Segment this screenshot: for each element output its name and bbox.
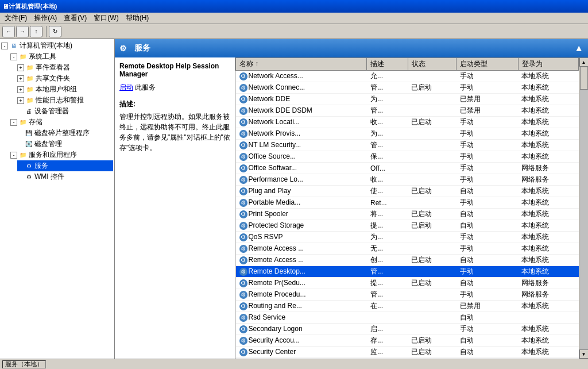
menu-window[interactable]: 窗口(W) xyxy=(90,12,122,24)
table-row[interactable]: ⚙Plug and Play 使... 已启动 自动 本地系统 xyxy=(236,186,579,197)
sidebar-item-services-apps[interactable]: - 📁 服务和应用程序 xyxy=(10,149,113,160)
cell-status xyxy=(408,151,456,163)
sidebar-label-event-viewer: 事件查看器 xyxy=(36,63,70,72)
scroll-track[interactable] xyxy=(580,67,588,349)
sidebar-label-local-users: 本地用户和组 xyxy=(36,84,77,94)
sidebar-item-system-tools[interactable]: - 📁 系统工具 xyxy=(10,51,113,62)
sidebar-item-services[interactable]: ⚙ 服务 xyxy=(17,160,113,171)
cell-desc: 管... xyxy=(367,82,408,94)
expand-storage[interactable]: - xyxy=(10,119,17,126)
menu-action[interactable]: 操作(A) xyxy=(30,12,60,24)
col-login[interactable]: 登录为 xyxy=(518,58,578,71)
cell-login: 本地系统 xyxy=(518,186,578,197)
table-row[interactable]: ⚙Network Access... 允... 手动 本地系统 xyxy=(236,71,579,82)
cell-desc: 使... xyxy=(367,186,408,197)
service-row-icon: ⚙ xyxy=(239,153,247,161)
cell-name: ⚙Remote Procedu... xyxy=(236,289,367,301)
menu-view[interactable]: 查看(V) xyxy=(60,12,90,24)
table-row[interactable]: ⚙Remote Access ... 创... 已启动 自动 本地系统 xyxy=(236,255,579,266)
description-label: 描述: xyxy=(119,99,230,109)
cell-status xyxy=(408,140,456,151)
cell-status xyxy=(408,94,456,105)
toolbar-refresh[interactable]: ↻ xyxy=(49,26,61,37)
sidebar-item-storage[interactable]: - 📁 存储 xyxy=(10,117,113,128)
col-status[interactable]: 状态 xyxy=(408,58,456,71)
cell-name: ⚙Network Connec... xyxy=(236,82,367,94)
folder-users-icon: 📁 xyxy=(25,85,34,94)
table-row[interactable]: ⚙Security Accou... 存... 已启动 自动 本地系统 xyxy=(236,335,579,347)
table-row[interactable]: ⚙Network Connec... 管... 已启动 手动 本地系统 xyxy=(236,82,579,94)
table-row[interactable]: ⚙Office Source... 保... 手动 本地系统 xyxy=(236,151,579,163)
table-row[interactable]: ⚙Remote Pr(Sedu... 提... 已启动 自动 网络服务 xyxy=(236,278,579,289)
col-startup[interactable]: 启动类型 xyxy=(457,58,518,71)
table-row[interactable]: ⚙Remote Desktop... 管... 手动 本地系统 xyxy=(236,266,579,278)
defrag-icon: 💾 xyxy=(24,129,33,138)
header-scroll-up[interactable]: ▲ xyxy=(574,43,583,53)
sidebar-item-local-users[interactable]: + 📁 本地用户和组 xyxy=(17,84,113,95)
table-row[interactable]: ⚙Network DDE DSDM 管... 已禁用 本地系统 xyxy=(236,105,579,117)
table-row[interactable]: ⚙Network DDE 为... 已禁用 本地系统 xyxy=(236,94,579,105)
expand-perf-logs[interactable]: + xyxy=(17,97,24,104)
col-desc[interactable]: 描述 xyxy=(367,58,408,71)
sidebar-item-device-manager[interactable]: 🖨 设备管理器 xyxy=(17,106,113,117)
cell-desc: 提... xyxy=(367,220,408,232)
sidebar-item-defrag[interactable]: 💾 磁盘碎片整理程序 xyxy=(17,128,113,139)
cell-name: ⚙Remote Pr(Sedu... xyxy=(236,278,367,289)
table-row[interactable]: ⚙NT LM Security... 管... 手动 本地系统 xyxy=(236,140,579,151)
folder-services-icon: 📁 xyxy=(18,151,28,160)
cell-login: 本地系统 xyxy=(518,243,578,255)
cell-startup: 手动 xyxy=(457,266,518,278)
table-row[interactable]: ⚙Portable Media... Ret... 手动 本地系统 xyxy=(236,197,579,209)
cell-login: 本地系统 xyxy=(518,220,578,232)
menu-help[interactable]: 帮助(H) xyxy=(122,12,153,24)
wmi-icon: ⚙ xyxy=(24,172,33,182)
table-row[interactable]: ⚙Performance Lo... 收... 手动 网络服务 xyxy=(236,174,579,186)
table-row[interactable]: ⚙Network Provis... 为... 手动 本地系统 xyxy=(236,128,579,140)
cell-login: 本地系统 xyxy=(518,266,578,278)
sidebar-item-disk-mgmt[interactable]: 💽 磁盘管理 xyxy=(17,139,113,149)
menu-file[interactable]: 文件(F) xyxy=(1,12,30,24)
table-row[interactable]: ⚙Office Softwar... Off... 手动 网络服务 xyxy=(236,163,579,174)
table-row[interactable]: ⚙Protected Storage 提... 已启动 自动 本地系统 xyxy=(236,220,579,232)
expand-system-tools[interactable]: - xyxy=(10,53,17,60)
expand-services-apps[interactable]: - xyxy=(10,152,17,159)
table-row[interactable]: ⚙Remote Procedu... 管... 手动 网络服务 xyxy=(236,289,579,301)
table-row[interactable]: ⚙Network Locati... 收... 已启动 手动 本地系统 xyxy=(236,117,579,128)
tree-root-item[interactable]: - 🖥 计算机管理(本地) xyxy=(1,40,113,51)
cell-status xyxy=(408,174,456,186)
table-row[interactable]: ⚙Secondary Logon 启... 手动 本地系统 xyxy=(236,324,579,335)
sidebar-item-event-viewer[interactable]: + 📁 事件查看器 xyxy=(17,62,113,73)
cell-status xyxy=(408,197,456,209)
cell-status: 已启动 xyxy=(408,117,456,128)
cell-status: 已启动 xyxy=(408,186,456,197)
cell-status: 已启动 xyxy=(408,220,456,232)
toolbar-up[interactable]: ↑ xyxy=(30,26,42,37)
sidebar-item-shared-folders[interactable]: + 📁 共享文件夹 xyxy=(17,73,113,84)
toolbar-back[interactable]: ← xyxy=(2,26,15,37)
expand-event-viewer[interactable]: + xyxy=(17,64,24,71)
sidebar-item-wmi[interactable]: ⚙ WMI 控件 xyxy=(17,171,113,182)
service-row-icon: ⚙ xyxy=(239,210,247,218)
table-row[interactable]: ⚙Remote Access ... 无... 手动 本地系统 xyxy=(236,243,579,255)
expand-shared-folders[interactable]: + xyxy=(17,75,24,82)
toolbar-forward[interactable]: → xyxy=(16,26,29,37)
table-row[interactable]: ⚙Security Center 监... 已启动 自动 本地系统 xyxy=(236,347,579,358)
cell-startup: 手动 xyxy=(457,243,518,255)
scroll-down-btn[interactable]: ▼ xyxy=(579,349,589,359)
col-name[interactable]: 名称 ↑ xyxy=(236,58,367,71)
scroll-thumb[interactable] xyxy=(580,67,588,90)
cell-status: 已启动 xyxy=(408,335,456,347)
expand-local-users[interactable]: + xyxy=(17,86,24,93)
table-row[interactable]: ⚙Print Spooler 将... 已启动 自动 本地系统 xyxy=(236,209,579,220)
title-bar-icon: 🖥 xyxy=(2,3,9,10)
cell-startup: 已禁用 xyxy=(457,105,518,117)
table-row[interactable]: ⚙QoS RSVP 为... 手动 本地系统 xyxy=(236,232,579,243)
sidebar-item-perf-logs[interactable]: + 📁 性能日志和警报 xyxy=(17,95,113,106)
expand-root[interactable]: - xyxy=(1,43,8,49)
cell-startup: 手动 xyxy=(457,117,518,128)
scroll-up-btn[interactable]: ▲ xyxy=(579,57,589,67)
cell-status: 已启动 xyxy=(408,82,456,94)
start-service-link[interactable]: 启动 xyxy=(119,83,133,91)
table-row[interactable]: ⚙Routing and Re... 在... 已禁用 本地系统 xyxy=(236,301,579,312)
table-row[interactable]: ⚙Rsd Service 自动 xyxy=(236,312,579,324)
